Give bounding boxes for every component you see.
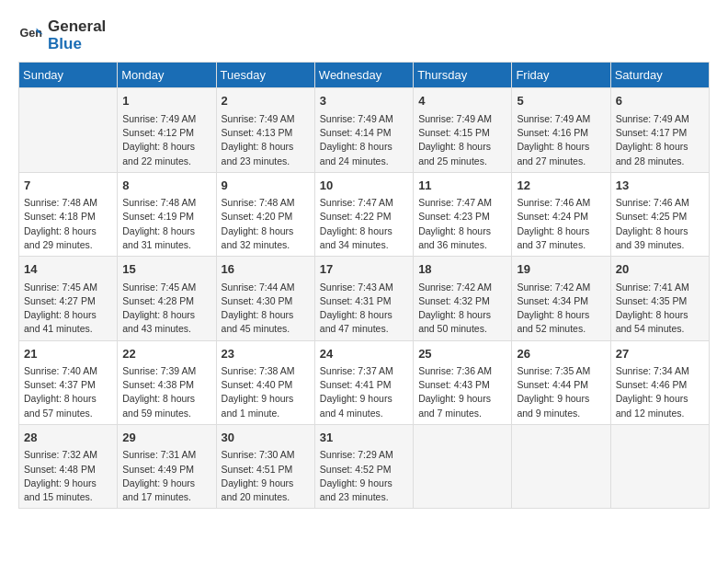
daylight-text: Daylight: 8 hours and 47 minutes. [320, 309, 392, 334]
calendar-cell: 31 Sunrise: 7:29 AM Sunset: 4:52 PM Dayl… [314, 424, 413, 508]
day-number: 23 [222, 345, 310, 363]
sunrise-text: Sunrise: 7:45 AM [122, 282, 196, 293]
sunrise-text: Sunrise: 7:39 AM [122, 365, 196, 376]
day-number: 10 [320, 177, 408, 195]
daylight-text: Daylight: 9 hours and 4 minutes. [320, 393, 392, 418]
svg-text:Gen: Gen [19, 27, 42, 40]
day-number: 3 [320, 92, 408, 110]
cell-content: Sunrise: 7:29 AM Sunset: 4:52 PM Dayligh… [320, 448, 408, 504]
calendar-cell: 21 Sunrise: 7:40 AM Sunset: 4:37 PM Dayl… [19, 340, 118, 424]
sunrise-text: Sunrise: 7:42 AM [418, 282, 492, 293]
calendar-cell: 30 Sunrise: 7:30 AM Sunset: 4:51 PM Dayl… [216, 424, 314, 508]
sunset-text: Sunset: 4:15 PM [418, 127, 490, 138]
cell-content: Sunrise: 7:48 AM Sunset: 4:19 PM Dayligh… [122, 196, 210, 252]
weekday-header-friday: Friday [512, 63, 610, 88]
sunrise-text: Sunrise: 7:41 AM [616, 282, 689, 293]
cell-content: Sunrise: 7:39 AM Sunset: 4:38 PM Dayligh… [122, 364, 210, 420]
day-number: 14 [24, 260, 112, 279]
cell-content: Sunrise: 7:48 AM Sunset: 4:18 PM Dayligh… [24, 196, 112, 252]
daylight-text: Daylight: 8 hours and 34 minutes. [320, 225, 392, 250]
sunset-text: Sunset: 4:41 PM [320, 379, 392, 390]
logo-icon: Gen [18, 23, 44, 49]
calendar-cell: 15 Sunrise: 7:45 AM Sunset: 4:28 PM Dayl… [118, 257, 216, 340]
calendar-cell: 1 Sunrise: 7:49 AM Sunset: 4:12 PM Dayli… [118, 88, 216, 172]
cell-content: Sunrise: 7:38 AM Sunset: 4:40 PM Dayligh… [222, 364, 310, 420]
sunset-text: Sunset: 4:40 PM [222, 379, 293, 390]
sunset-text: Sunset: 4:22 PM [320, 211, 392, 222]
calendar-cell [19, 88, 118, 172]
cell-content: Sunrise: 7:46 AM Sunset: 4:24 PM Dayligh… [517, 196, 605, 252]
day-number: 26 [517, 345, 605, 363]
weekday-header-tuesday: Tuesday [216, 63, 314, 88]
day-number: 12 [517, 177, 605, 195]
sunset-text: Sunset: 4:23 PM [418, 211, 490, 222]
sunrise-text: Sunrise: 7:49 AM [320, 113, 393, 124]
sunset-text: Sunset: 4:34 PM [517, 295, 588, 306]
sunrise-text: Sunrise: 7:48 AM [24, 197, 97, 208]
sunset-text: Sunset: 4:24 PM [517, 211, 588, 222]
calendar-cell: 9 Sunrise: 7:48 AM Sunset: 4:20 PM Dayli… [216, 172, 314, 256]
calendar-cell: 26 Sunrise: 7:35 AM Sunset: 4:44 PM Dayl… [512, 340, 610, 424]
calendar-week-row: 14 Sunrise: 7:45 AM Sunset: 4:27 PM Dayl… [19, 257, 710, 340]
day-number: 2 [222, 92, 310, 110]
calendar-cell: 3 Sunrise: 7:49 AM Sunset: 4:14 PM Dayli… [314, 88, 413, 172]
cell-content: Sunrise: 7:35 AM Sunset: 4:44 PM Dayligh… [517, 364, 605, 420]
daylight-text: Daylight: 8 hours and 27 minutes. [517, 141, 589, 166]
daylight-text: Daylight: 8 hours and 32 minutes. [222, 225, 294, 250]
calendar-week-row: 7 Sunrise: 7:48 AM Sunset: 4:18 PM Dayli… [19, 172, 710, 256]
cell-content: Sunrise: 7:42 AM Sunset: 4:32 PM Dayligh… [418, 281, 506, 337]
sunset-text: Sunset: 4:27 PM [24, 295, 96, 306]
sunset-text: Sunset: 4:25 PM [616, 211, 688, 222]
daylight-text: Daylight: 8 hours and 59 minutes. [122, 393, 195, 418]
daylight-text: Daylight: 8 hours and 31 minutes. [122, 225, 195, 250]
sunset-text: Sunset: 4:52 PM [320, 464, 392, 475]
sunrise-text: Sunrise: 7:40 AM [24, 365, 97, 376]
calendar-cell: 13 Sunrise: 7:46 AM Sunset: 4:25 PM Dayl… [610, 172, 709, 256]
day-number: 28 [24, 429, 112, 447]
sunrise-text: Sunrise: 7:49 AM [222, 113, 295, 124]
day-number: 1 [122, 92, 210, 110]
sunrise-text: Sunrise: 7:49 AM [616, 113, 689, 124]
daylight-text: Daylight: 8 hours and 43 minutes. [122, 309, 195, 334]
calendar-cell: 16 Sunrise: 7:44 AM Sunset: 4:30 PM Dayl… [216, 257, 314, 340]
daylight-text: Daylight: 9 hours and 12 minutes. [616, 393, 688, 418]
daylight-text: Daylight: 8 hours and 24 minutes. [320, 141, 392, 166]
sunrise-text: Sunrise: 7:31 AM [122, 449, 196, 460]
sunset-text: Sunset: 4:48 PM [24, 464, 96, 475]
calendar-cell [512, 424, 610, 508]
day-number: 24 [320, 345, 408, 363]
sunrise-text: Sunrise: 7:48 AM [122, 197, 196, 208]
sunset-text: Sunset: 4:31 PM [320, 295, 392, 306]
sunrise-text: Sunrise: 7:46 AM [616, 197, 689, 208]
calendar-cell: 19 Sunrise: 7:42 AM Sunset: 4:34 PM Dayl… [512, 257, 610, 340]
sunrise-text: Sunrise: 7:34 AM [616, 365, 689, 376]
sunrise-text: Sunrise: 7:38 AM [222, 365, 295, 376]
daylight-text: Daylight: 8 hours and 52 minutes. [517, 309, 589, 334]
day-number: 18 [418, 260, 506, 279]
calendar-table: SundayMondayTuesdayWednesdayThursdayFrid… [18, 62, 710, 509]
calendar-cell: 14 Sunrise: 7:45 AM Sunset: 4:27 PM Dayl… [19, 257, 118, 340]
cell-content: Sunrise: 7:46 AM Sunset: 4:25 PM Dayligh… [616, 196, 704, 252]
cell-content: Sunrise: 7:44 AM Sunset: 4:30 PM Dayligh… [222, 281, 310, 337]
calendar-cell: 17 Sunrise: 7:43 AM Sunset: 4:31 PM Dayl… [314, 257, 413, 340]
logo-blue-text: Blue [48, 36, 106, 53]
calendar-cell: 23 Sunrise: 7:38 AM Sunset: 4:40 PM Dayl… [216, 340, 314, 424]
calendar-week-row: 28 Sunrise: 7:32 AM Sunset: 4:48 PM Dayl… [19, 424, 710, 508]
weekday-header-thursday: Thursday [414, 63, 512, 88]
daylight-text: Daylight: 9 hours and 17 minutes. [122, 477, 195, 502]
sunset-text: Sunset: 4:20 PM [222, 211, 293, 222]
daylight-text: Daylight: 8 hours and 25 minutes. [418, 141, 491, 166]
calendar-cell: 5 Sunrise: 7:49 AM Sunset: 4:16 PM Dayli… [512, 88, 610, 172]
sunset-text: Sunset: 4:18 PM [24, 211, 96, 222]
sunset-text: Sunset: 4:12 PM [122, 127, 194, 138]
sunrise-text: Sunrise: 7:42 AM [517, 282, 590, 293]
day-number: 6 [616, 92, 704, 110]
sunset-text: Sunset: 4:51 PM [222, 464, 293, 475]
sunset-text: Sunset: 4:37 PM [24, 379, 96, 390]
cell-content: Sunrise: 7:30 AM Sunset: 4:51 PM Dayligh… [222, 448, 310, 504]
daylight-text: Daylight: 8 hours and 37 minutes. [517, 225, 589, 250]
cell-content: Sunrise: 7:41 AM Sunset: 4:35 PM Dayligh… [616, 281, 704, 337]
sunset-text: Sunset: 4:46 PM [616, 379, 688, 390]
calendar-cell [610, 424, 709, 508]
cell-content: Sunrise: 7:49 AM Sunset: 4:13 PM Dayligh… [222, 112, 310, 168]
